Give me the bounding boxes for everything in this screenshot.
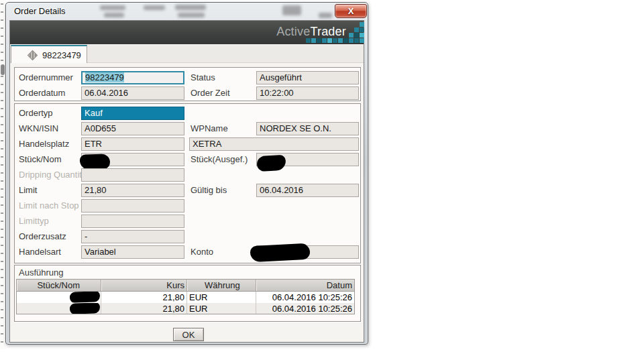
- dialog-title: Order Details: [14, 6, 66, 16]
- tab-label: 98223479: [42, 50, 81, 60]
- group-order-details: Ordertyp Kauf WKN/ISIN A0D655 WPName NOR…: [14, 103, 361, 263]
- label-orderzeit: Order Zeit: [191, 86, 230, 100]
- tab-strip: 98223479: [10, 44, 364, 63]
- field-ordertyp[interactable]: Kauf: [81, 107, 184, 120]
- background-app-edge: [0, 0, 5, 349]
- label-orderdatum: Orderdatum: [19, 86, 65, 100]
- brand-header: ActiveTrader: [10, 21, 364, 44]
- label-wkn-isin: WKN/ISIN: [19, 122, 58, 135]
- execution-table-header: Stück/Nom Kurs Währung Datum: [16, 279, 355, 292]
- label-ordernummer: Ordernummer: [19, 71, 73, 84]
- label-ordertyp: Ordertyp: [19, 107, 53, 120]
- close-button[interactable]: X: [335, 4, 367, 18]
- label-limit: Limit: [19, 184, 37, 197]
- column-header-stueck-nom[interactable]: Stück/Nom: [17, 280, 101, 291]
- label-limittyp: Limittyp: [19, 215, 49, 228]
- label-limit-nach-stop: Limit nach Stop: [19, 199, 79, 213]
- order-details-dialog: Order Details X ActiveTrader: [5, 2, 368, 345]
- label-stueck-nom: Stück/Nom: [19, 153, 62, 166]
- blurred-background-blob: [178, 13, 205, 17]
- execution-row[interactable]: 21,80EUR06.04.2016 10:25:26: [16, 292, 355, 303]
- label-handelsplatz: Handelsplatz: [19, 137, 69, 151]
- execution-cell-c4: 06.04.2016 10:25:26: [256, 303, 354, 314]
- blurred-background-blob: [100, 5, 125, 10]
- column-header-kurs[interactable]: Kurs: [101, 280, 188, 291]
- brand-part-trader: Trader: [310, 25, 346, 38]
- field-dripping-quantity: [81, 168, 184, 182]
- execution-table-body: 21,80EUR06.04.2016 10:25:2621,80EUR06.04…: [16, 292, 355, 314]
- label-stueck-ausgef: Stück(Ausgef.): [191, 153, 248, 166]
- execution-cell-c1: [17, 303, 101, 314]
- close-icon: X: [335, 6, 366, 17]
- blurred-background-blob: [282, 5, 301, 15]
- field-handelsplatz[interactable]: ETR: [81, 137, 184, 151]
- field-orderdatum[interactable]: 06.04.2016: [81, 86, 184, 100]
- order-tab-icon: [28, 50, 38, 60]
- blurred-background-blob: [104, 13, 124, 17]
- label-dripping-quantity: Dripping Quantity: [19, 168, 86, 182]
- field-orderzeit[interactable]: 10:22:00: [256, 86, 359, 100]
- execution-row[interactable]: 21,80EUR06.04.2016 10:25:26: [16, 303, 355, 314]
- brand-part-active: Active: [276, 25, 310, 38]
- execution-cell-c3: EUR: [187, 303, 256, 314]
- label-wpname: WPName: [191, 122, 228, 135]
- redaction-scribble: [69, 292, 100, 303]
- execution-table: Stück/Nom Kurs Währung Datum 21,80EUR06.…: [16, 279, 355, 314]
- background-text-noise: [1, 0, 3, 349]
- column-header-waehrung[interactable]: Währung: [187, 280, 256, 291]
- blurred-background-blob: [175, 5, 206, 10]
- field-limit[interactable]: 21,80: [81, 184, 184, 197]
- dialog-content: ActiveTrader: [9, 20, 364, 343]
- label-status: Status: [191, 71, 215, 84]
- label-konto: Konto: [191, 245, 213, 259]
- ok-button[interactable]: OK: [173, 328, 204, 341]
- redaction-scribble: [256, 155, 286, 172]
- field-handelsart[interactable]: Variabel: [81, 245, 184, 259]
- field-gueltig-bis[interactable]: 06.04.2016: [256, 184, 359, 197]
- blurred-background-blob: [319, 13, 332, 18]
- label-gueltig-bis: Gültig bis: [191, 184, 227, 197]
- brand-logo: ActiveTrader: [276, 25, 346, 39]
- tab-order-98223479[interactable]: 98223479: [11, 45, 87, 64]
- execution-cell-c2: 21,80: [101, 303, 188, 314]
- group-execution: Ausführung Stück/Nom Kurs Währung Datum …: [14, 265, 361, 322]
- redaction-scribble: [69, 303, 100, 314]
- group-order-header: Ordernummer 98223479 Status Ausgeführt O…: [14, 67, 361, 101]
- execution-cell-c4: 06.04.2016 10:25:26: [256, 292, 354, 303]
- field-ordernummer[interactable]: 98223479: [81, 71, 184, 84]
- dialog-titlebar[interactable]: Order Details: [6, 3, 368, 20]
- field-status[interactable]: Ausgeführt: [256, 71, 359, 84]
- label-orderzusatz: Orderzusatz: [19, 230, 66, 243]
- field-limittyp: [81, 215, 184, 228]
- field-boerse[interactable]: XETRA: [189, 137, 359, 151]
- label-handelsart: Handelsart: [19, 245, 61, 259]
- field-orderzusatz[interactable]: -: [81, 230, 184, 243]
- execution-cell-c2: 21,80: [101, 292, 188, 303]
- form-area: Ordernummer 98223479 Status Ausgeführt O…: [10, 63, 364, 342]
- blurred-background-blob: [144, 5, 165, 10]
- field-wkn-isin[interactable]: A0D655: [81, 122, 184, 135]
- background-scrollbar-thumb: [1, 64, 5, 75]
- field-wpname[interactable]: NORDEX SE O.N.: [256, 122, 359, 135]
- redaction-scribble: [250, 243, 310, 263]
- execution-group-label: Ausführung: [19, 267, 64, 278]
- column-header-datum[interactable]: Datum: [256, 280, 354, 291]
- field-limit-nach-stop: [81, 199, 184, 213]
- execution-cell-c1: [17, 292, 101, 303]
- execution-cell-c3: EUR: [187, 292, 256, 303]
